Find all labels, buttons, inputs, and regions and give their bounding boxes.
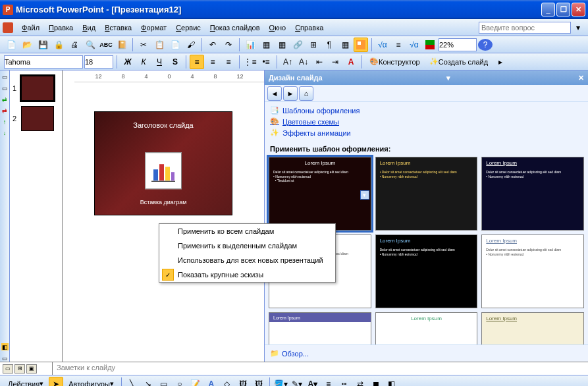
link-design-templates[interactable]: 📑 Шаблоны оформления bbox=[270, 105, 583, 116]
minimize-button[interactable]: _ bbox=[541, 3, 555, 16]
slideshow-button[interactable]: ▣ bbox=[26, 364, 37, 373]
expand-all-button[interactable]: ⊞ bbox=[306, 38, 321, 52]
font-color-button[interactable]: A▾ bbox=[306, 377, 320, 387]
permission-button[interactable]: 🔒 bbox=[51, 38, 66, 52]
diagram-button[interactable]: ◇ bbox=[220, 377, 234, 387]
slide-sorter-button[interactable]: ⊞ bbox=[14, 364, 25, 373]
ctx-apply-all[interactable]: Применить ко всем слайдам bbox=[159, 224, 335, 238]
template-dropdown-icon[interactable]: ▾ bbox=[360, 190, 369, 200]
new-button[interactable]: 📄 bbox=[4, 38, 18, 52]
textbox-button[interactable]: 📝 bbox=[188, 377, 203, 387]
research-button[interactable]: 📔 bbox=[115, 38, 129, 52]
menu-file[interactable]: Файл bbox=[17, 22, 44, 33]
arrow-style-button[interactable]: ⇄ bbox=[353, 377, 367, 387]
paste-button[interactable]: 📄 bbox=[168, 38, 182, 52]
font-combo[interactable] bbox=[4, 55, 83, 69]
select-objects-button[interactable]: ➤ bbox=[49, 377, 63, 387]
equation-alpha2-button[interactable]: √α bbox=[407, 38, 421, 52]
flag-button[interactable] bbox=[423, 38, 437, 52]
gray-view-icon[interactable]: ▭ bbox=[1, 354, 9, 362]
increase-font-button[interactable]: A↑ bbox=[281, 55, 295, 69]
close-button[interactable]: ✕ bbox=[572, 3, 585, 16]
print-preview-button[interactable]: 🔍 bbox=[83, 38, 97, 52]
rectangle-button[interactable]: ▭ bbox=[157, 377, 171, 387]
template-item[interactable]: Lorem Ipsum Delor sit amet consectetuer … bbox=[481, 234, 584, 308]
template-item[interactable]: Lorem Ipsum bbox=[269, 312, 371, 345]
underline-button[interactable]: Ч bbox=[152, 55, 167, 69]
color-gray-button[interactable] bbox=[354, 38, 368, 52]
insert-table-button[interactable]: ▦ bbox=[259, 38, 273, 52]
toolbar-options-button[interactable]: ▸ bbox=[493, 55, 508, 69]
shadow-button[interactable]: S bbox=[168, 55, 182, 69]
browse-link[interactable]: 📁 Обзор... bbox=[265, 345, 588, 362]
expand-icon[interactable]: ⇄ bbox=[1, 96, 9, 103]
link-animation-schemes[interactable]: ✨ Эффекты анимации bbox=[270, 127, 583, 138]
link-color-schemes[interactable]: 🎨 Цветовые схемы bbox=[270, 116, 583, 127]
menu-help[interactable]: Справка bbox=[290, 22, 328, 33]
equation-alpha-button[interactable]: √α bbox=[375, 38, 390, 52]
bullets-button[interactable]: •≡ bbox=[259, 55, 273, 69]
align-right-button[interactable]: ≡ bbox=[221, 55, 236, 69]
numbering-button[interactable]: ⋮≡ bbox=[243, 55, 257, 69]
menu-format[interactable]: Формат bbox=[136, 22, 171, 33]
italic-button[interactable]: К bbox=[136, 55, 151, 69]
format-painter-button[interactable]: 🖌 bbox=[184, 38, 198, 52]
maximize-button[interactable]: ❐ bbox=[556, 3, 570, 16]
menu-window[interactable]: Окно bbox=[265, 22, 291, 33]
fill-color-button[interactable]: 🪣▾ bbox=[273, 377, 288, 387]
dash-style-button[interactable]: ┅ bbox=[337, 377, 352, 387]
nav-home-button[interactable]: ⌂ bbox=[299, 86, 313, 101]
insert-hyperlink-button[interactable]: 🔗 bbox=[290, 38, 305, 52]
template-item[interactable]: Lorem Ipsum bbox=[481, 312, 584, 345]
template-item[interactable]: Lorem Ipsum Delor sit amet consectetuer … bbox=[481, 157, 584, 231]
normal-view-button[interactable]: ▭ bbox=[3, 364, 13, 373]
slide[interactable]: Заголовок слайда Вставка диаграм bbox=[94, 111, 232, 215]
insert-chart-button[interactable]: 📊 bbox=[243, 38, 257, 52]
arrow-button[interactable]: ↘ bbox=[141, 377, 155, 387]
line-color-button[interactable]: ✎▾ bbox=[290, 377, 304, 387]
show-formatting-button[interactable]: ¶ bbox=[322, 38, 336, 52]
nudge-up-icon[interactable]: ↑ bbox=[1, 118, 9, 125]
increase-indent-button[interactable]: ⇥ bbox=[328, 55, 342, 69]
zoom-combo[interactable] bbox=[439, 38, 477, 51]
3d-style-button[interactable]: ◧ bbox=[385, 377, 399, 387]
redo-button[interactable]: ↷ bbox=[221, 38, 236, 52]
save-button[interactable]: 💾 bbox=[36, 38, 50, 52]
wordart-button[interactable]: A bbox=[204, 377, 219, 387]
line-button[interactable]: ╲ bbox=[125, 377, 140, 387]
thumb-1[interactable]: 1 bbox=[13, 76, 59, 101]
menu-slideshow[interactable]: Показ слайдов bbox=[205, 22, 265, 33]
help-button[interactable]: ? bbox=[478, 39, 493, 51]
ctx-apply-selected[interactable]: Применить к выделенным слайдам bbox=[159, 238, 335, 253]
task-pane-dropdown-icon[interactable]: ▾ bbox=[446, 74, 450, 82]
cut-button[interactable]: ✂ bbox=[136, 38, 151, 52]
menu-insert[interactable]: Вставка bbox=[100, 22, 136, 33]
collapse-icon[interactable]: ⇄ bbox=[1, 107, 9, 114]
template-item[interactable]: Lorem Ipsum Delor sit amet consectetuer … bbox=[375, 234, 478, 308]
ctx-use-new[interactable]: Использовать для всех новых презентаций bbox=[159, 253, 335, 267]
task-pane-close-icon[interactable]: ✕ bbox=[578, 74, 584, 82]
ctx-large-previews[interactable]: ✓Показать крупные эскизы bbox=[159, 267, 335, 282]
show-grid-button[interactable]: ▦ bbox=[338, 38, 352, 52]
align-left-button[interactable]: ≡ bbox=[190, 55, 204, 69]
notes-placeholder[interactable]: Заметки к слайду bbox=[53, 362, 588, 375]
outline-tab-icon[interactable]: ▭ bbox=[1, 73, 9, 80]
nudge-down-icon[interactable]: ↓ bbox=[1, 129, 9, 136]
menu-view[interactable]: Вид bbox=[78, 22, 100, 33]
decrease-indent-button[interactable]: ⇤ bbox=[312, 55, 327, 69]
decrease-font-button[interactable]: A↓ bbox=[296, 55, 311, 69]
picture-button[interactable]: 🖼 bbox=[252, 377, 266, 387]
nav-forward-button[interactable]: ► bbox=[283, 86, 298, 101]
bold-button[interactable]: Ж bbox=[120, 55, 135, 69]
print-button[interactable]: 🖨 bbox=[67, 38, 82, 52]
font-color-button[interactable]: A bbox=[344, 55, 358, 69]
align-center-button[interactable]: ≡ bbox=[205, 55, 220, 69]
clipart-button[interactable]: 🖼 bbox=[236, 377, 250, 387]
undo-button[interactable]: ↶ bbox=[205, 38, 220, 52]
ask-question-input[interactable] bbox=[479, 22, 571, 34]
nav-back-button[interactable]: ◄ bbox=[267, 86, 282, 101]
line-style-button[interactable]: ≡ bbox=[321, 377, 336, 387]
menu-edit[interactable]: Правка bbox=[44, 22, 78, 33]
autoshapes-menu[interactable]: Автофигуры ▾ bbox=[65, 377, 118, 387]
open-button[interactable]: 📂 bbox=[20, 38, 34, 52]
